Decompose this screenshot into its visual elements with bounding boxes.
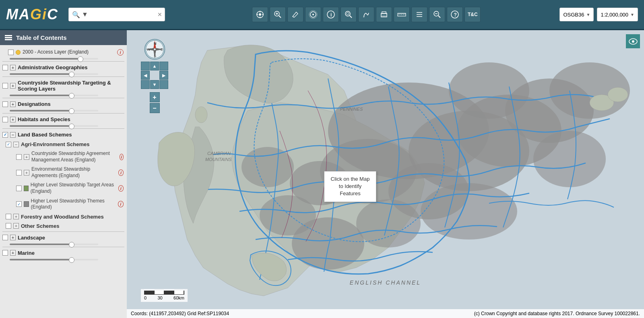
layer-checkbox-marine[interactable] (2, 250, 8, 256)
layer-expand-forestry[interactable]: + (13, 214, 19, 219)
pan-n-button[interactable]: ▲ (150, 62, 159, 70)
layer-header-marine[interactable]: + Marine (0, 248, 127, 258)
layer-expand-admin[interactable]: + (10, 65, 16, 70)
layer-item-hls-themes[interactable]: Higher Level Stewardship Themes (England… (0, 196, 127, 212)
layer-item-hls-target[interactable]: Higher Level Stewardship Target Areas (E… (0, 180, 127, 196)
layer-checkbox-designations[interactable] (2, 101, 8, 107)
pan-se-button[interactable] (159, 80, 168, 89)
layer-expand-env-stew[interactable]: + (24, 170, 29, 176)
layer-expand-designations[interactable]: + (10, 101, 16, 107)
zoom-out-button[interactable] (429, 7, 445, 22)
svg-point-18 (347, 12, 349, 15)
main-layout: Table of Contents 2000 - Access Layer (E… (0, 30, 644, 318)
layer-item-agri[interactable]: − Agri-Environment Schemes (0, 140, 127, 149)
access-layer-slider[interactable] (10, 58, 98, 60)
layer-expand-agri[interactable]: − (13, 142, 19, 147)
pan-sw-button[interactable] (141, 80, 150, 89)
edit-button[interactable] (287, 7, 303, 22)
layer-checkbox-hls-themes[interactable] (16, 201, 22, 207)
layer-checkbox-landscape[interactable] (2, 235, 8, 240)
identify-button[interactable]: i (323, 7, 339, 22)
list-button[interactable] (411, 7, 427, 22)
layer-item-access[interactable]: 2000 - Access Layer (England) i (0, 47, 127, 57)
eye-toggle-button[interactable] (626, 34, 640, 48)
locate-button[interactable] (305, 7, 321, 22)
layer-checkbox-countryside[interactable] (2, 83, 8, 89)
habitats-slider[interactable] (10, 125, 98, 127)
projection-dropdown-arrow: ▼ (586, 12, 590, 17)
zoom-search-button[interactable] (270, 7, 286, 22)
layer-checkbox-forestry[interactable] (6, 214, 11, 219)
help-button[interactable]: ? (447, 7, 463, 22)
layer-expand-land[interactable]: − (10, 132, 16, 138)
compass-rose: N S W E (144, 38, 166, 60)
measure-button[interactable] (394, 7, 410, 22)
layer-expand-countryside[interactable]: + (10, 83, 16, 89)
cs-areas-info[interactable]: i (120, 154, 124, 160)
layer-header-countryside[interactable]: + Countryside Stewardship Targeting & Sc… (0, 78, 127, 94)
designations-slider[interactable] (10, 110, 98, 112)
landscape-slider[interactable] (10, 244, 98, 245)
map-container[interactable]: PENNINES CAMBRIAN MOUNTAINS (127, 30, 644, 318)
layer-checkbox-cs-areas[interactable] (16, 154, 22, 160)
layer-expand-landscape[interactable]: + (10, 235, 16, 240)
projection-select[interactable]: OSGB36 ▼ (559, 8, 594, 21)
layer-item-other[interactable]: + Other Schemes (0, 221, 127, 231)
print-button[interactable] (376, 7, 392, 22)
hls-target-info[interactable]: i (118, 185, 124, 192)
search-icon[interactable]: 🔍 (72, 11, 80, 19)
tc-button[interactable]: T&C (464, 7, 481, 22)
layer-expand-marine[interactable]: + (10, 250, 16, 256)
svg-line-34 (438, 16, 440, 18)
layer-header-designations[interactable]: + Designations (0, 99, 127, 109)
pan-e-button[interactable]: ▶ (159, 71, 168, 80)
pan-ne-button[interactable] (159, 62, 168, 70)
layer-checkbox-admin[interactable] (2, 65, 8, 70)
pan-w-button[interactable]: ◀ (141, 71, 150, 80)
env-stew-info[interactable]: i (118, 169, 124, 176)
eye-icon (629, 38, 638, 45)
access-layer-info[interactable]: i (117, 49, 124, 56)
svg-point-58 (195, 107, 207, 123)
layer-checkbox-agri[interactable] (6, 142, 11, 147)
layer-checkbox-habitats[interactable] (2, 117, 8, 122)
access-layer-slider-container (0, 57, 127, 60)
layer-item-forestry[interactable]: + Forestry and Woodland Schemes (0, 212, 127, 221)
search-clear-icon[interactable]: ✕ (157, 11, 162, 18)
search-input[interactable]: 645612,321811 (90, 12, 157, 18)
layer-checkbox-env-stew[interactable] (16, 170, 22, 176)
layer-checkbox-access[interactable] (8, 50, 14, 55)
layer-header-land[interactable]: − Land Based Schemes (0, 130, 127, 140)
pan-s-button[interactable]: ▼ (150, 80, 159, 89)
layer-expand-other[interactable]: + (13, 223, 19, 229)
zoom-in-button[interactable]: + (150, 92, 160, 102)
marine-slider[interactable] (10, 259, 98, 260)
zoom-out-map-button[interactable]: − (150, 103, 160, 113)
search-dropdown-icon[interactable]: ▼ (82, 11, 88, 18)
pan-nw-button[interactable] (141, 62, 150, 70)
svg-point-12 (312, 14, 314, 15)
layer-expand-habitats[interactable]: + (10, 117, 16, 122)
admin-slider[interactable] (10, 73, 98, 75)
snap-tool-button[interactable] (252, 7, 268, 22)
countryside-slider-container (0, 94, 127, 97)
svg-point-46 (533, 131, 606, 187)
layer-expand-cs-areas[interactable]: + (24, 154, 29, 160)
search-features-button[interactable] (341, 7, 357, 22)
layer-checkbox-land[interactable] (2, 132, 8, 138)
layer-checkbox-hls-target[interactable] (16, 186, 22, 191)
landscape-label: Landscape (18, 235, 45, 241)
layer-item-cs-areas[interactable]: + Countryside Stewardship Agreement Mana… (0, 149, 127, 165)
layer-item-env-stew[interactable]: + Environmental Stewardship Agreements (… (0, 165, 127, 180)
sidebar-content[interactable]: 2000 - Access Layer (England) i + Admini… (0, 45, 127, 318)
layer-header-landscape[interactable]: + Landscape (0, 233, 127, 243)
countryside-slider[interactable] (10, 95, 98, 96)
hls-themes-info[interactable]: i (118, 201, 124, 207)
svg-point-72 (632, 40, 634, 43)
layer-header-admin[interactable]: + Administrative Geographies (0, 62, 127, 72)
draw-button[interactable] (358, 7, 374, 22)
layer-header-habitats[interactable]: + Habitats and Species (0, 114, 127, 124)
layer-checkbox-other[interactable] (6, 223, 11, 229)
scale-select[interactable]: 1:2,000,000 ▼ (597, 8, 638, 21)
layer-section-designations: + Designations (0, 98, 127, 113)
